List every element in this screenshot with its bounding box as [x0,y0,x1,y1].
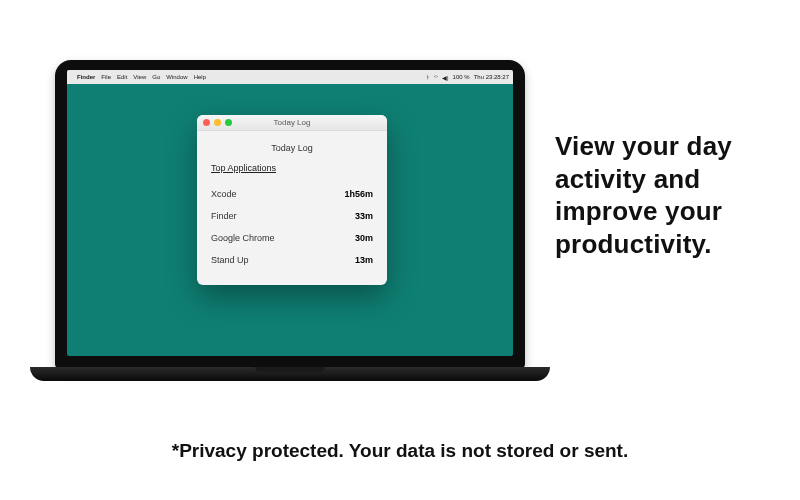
app-duration: 1h56m [344,189,373,199]
menubar-item-go[interactable]: Go [152,74,160,80]
today-log-window: Today Log Today Log Top Applications Xco… [197,115,387,285]
laptop-frame: Finder File Edit View Go Window Help ᚼ ⌔… [55,60,525,370]
marketing-footnote: *Privacy protected. Your data is not sto… [0,440,800,462]
volume-icon[interactable]: ◀) [442,74,449,81]
app-row: Google Chrome 30m [211,227,373,249]
app-row: Finder 33m [211,205,373,227]
menubar-item-file[interactable]: File [101,74,111,80]
wifi-icon[interactable]: ⌔ [434,74,438,80]
window-heading: Today Log [211,143,373,153]
section-top-applications: Top Applications [211,163,373,173]
menubar-item-window[interactable]: Window [166,74,187,80]
zoom-icon[interactable] [225,119,232,126]
bluetooth-icon[interactable]: ᚼ [426,74,430,80]
app-duration: 13m [355,255,373,265]
app-duration: 33m [355,211,373,221]
window-titlebar[interactable]: Today Log [197,115,387,131]
macos-menubar: Finder File Edit View Go Window Help ᚼ ⌔… [67,70,513,84]
app-name: Stand Up [211,255,249,265]
marketing-headline: View your day activity and improve your … [555,130,780,260]
app-row: Xcode 1h56m [211,183,373,205]
app-row: Stand Up 13m [211,249,373,271]
battery-status[interactable]: 100 % [453,74,470,80]
app-name: Google Chrome [211,233,275,243]
menubar-item-view[interactable]: View [133,74,146,80]
close-icon[interactable] [203,119,210,126]
menubar-clock[interactable]: Thu 23:28:27 [474,74,509,80]
menubar-item-edit[interactable]: Edit [117,74,127,80]
laptop-base [30,367,550,381]
app-duration: 30m [355,233,373,243]
laptop-screen: Finder File Edit View Go Window Help ᚼ ⌔… [67,70,513,356]
app-name: Xcode [211,189,237,199]
menubar-app-name[interactable]: Finder [77,74,95,80]
menubar-item-help[interactable]: Help [194,74,206,80]
minimize-icon[interactable] [214,119,221,126]
app-name: Finder [211,211,237,221]
